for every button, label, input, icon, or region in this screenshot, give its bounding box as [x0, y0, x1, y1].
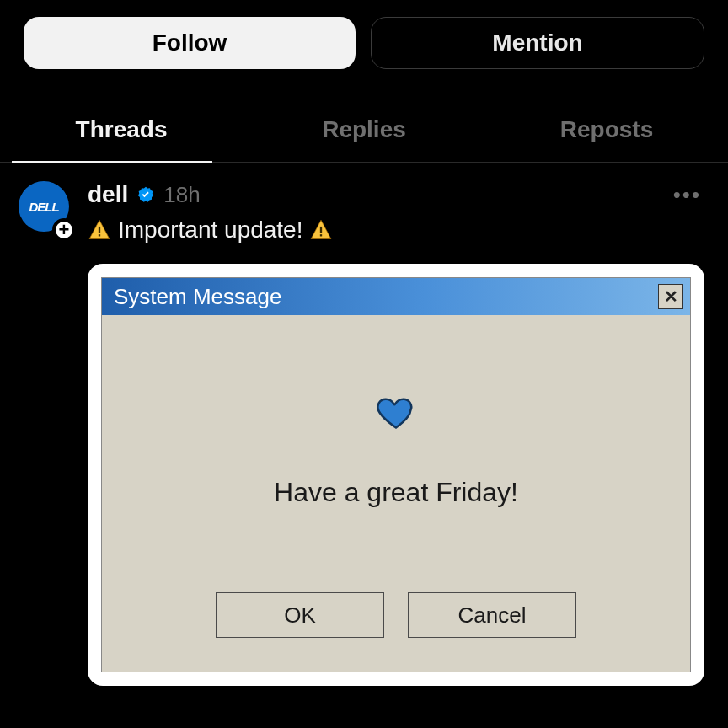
dialog-title: System Message — [114, 284, 281, 310]
post-text: Important update! — [88, 217, 704, 244]
svg-rect-1 — [99, 234, 100, 236]
username[interactable]: dell — [88, 181, 128, 208]
cancel-button: Cancel — [408, 592, 576, 638]
svg-rect-3 — [320, 234, 322, 236]
close-icon: ✕ — [658, 284, 683, 309]
tab-reposts[interactable]: Reposts — [485, 101, 728, 162]
tabs: Threads Replies Reposts — [0, 101, 728, 163]
dialog-window: System Message ✕ Have a great Friday! OK… — [101, 277, 691, 672]
dialog-message: Have a great Friday! — [119, 477, 673, 508]
warning-icon — [309, 218, 333, 242]
post: DELL + dell 18h ••• Important update! Sy — [0, 163, 728, 686]
verified-badge-icon — [136, 185, 155, 204]
more-icon[interactable]: ••• — [673, 182, 704, 208]
warning-icon — [88, 218, 111, 242]
svg-rect-0 — [99, 227, 100, 233]
ok-button: OK — [216, 592, 384, 638]
timestamp: 18h — [163, 182, 200, 208]
avatar[interactable]: DELL + — [19, 181, 76, 238]
mention-button[interactable]: Mention — [371, 17, 704, 69]
dialog-titlebar: System Message ✕ — [102, 278, 690, 315]
heart-icon — [374, 391, 418, 435]
post-text-content: Important update! — [118, 217, 302, 244]
follow-button[interactable]: Follow — [24, 17, 356, 69]
tab-replies[interactable]: Replies — [243, 101, 485, 162]
tab-threads[interactable]: Threads — [0, 101, 243, 162]
post-media[interactable]: System Message ✕ Have a great Friday! OK… — [88, 264, 704, 686]
svg-rect-2 — [320, 227, 322, 233]
add-icon[interactable]: + — [52, 218, 76, 242]
